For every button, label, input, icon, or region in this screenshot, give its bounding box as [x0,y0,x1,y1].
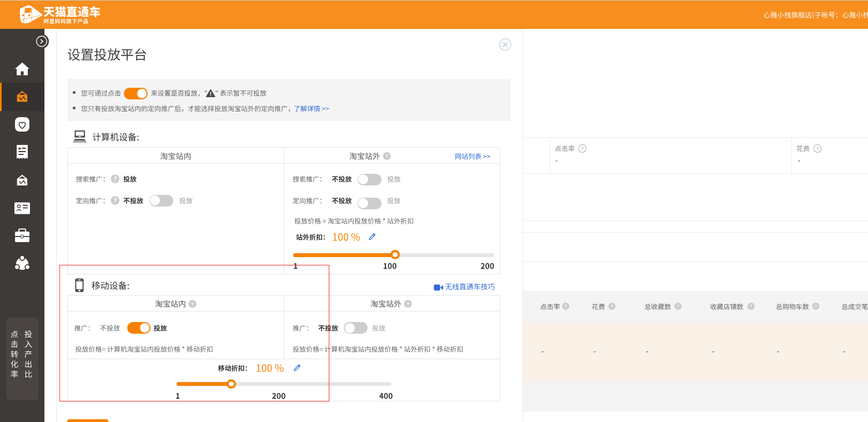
svg-text:?: ? [816,146,819,152]
svg-text:?: ? [113,176,117,182]
svg-text:?: ? [385,153,389,159]
svg-text:?: ? [815,304,817,309]
svg-text:?: ? [610,304,613,309]
svg-text:?: ? [407,302,410,307]
svg-text:?: ? [564,304,567,309]
svg-text:?: ? [750,304,752,309]
svg-text:?: ? [677,304,680,309]
svg-text:?: ? [581,146,584,152]
svg-text:?: ? [113,198,117,204]
